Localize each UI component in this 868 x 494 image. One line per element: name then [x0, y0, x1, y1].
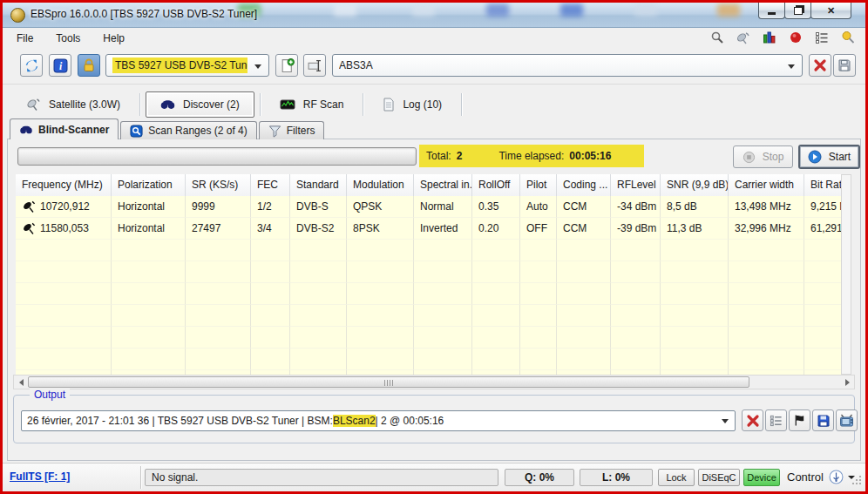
table-cell — [557, 305, 611, 327]
delete-output-button[interactable] — [742, 409, 763, 431]
column-header[interactable]: Frequency (MHz) — [16, 174, 112, 196]
table-row[interactable]: 10720,912Horizontal99991/2DVB-SQPSKNorma… — [16, 196, 841, 218]
table-cell: OFF — [520, 218, 557, 240]
divider — [363, 93, 363, 116]
tuner-select[interactable]: TBS 5927 USB DVB-S2 Tuner — [105, 54, 269, 77]
restore-button[interactable] — [784, 3, 811, 19]
table-cell — [290, 261, 347, 283]
red-x-icon — [746, 414, 760, 428]
scroll-left-button[interactable] — [14, 376, 28, 389]
table-cell — [520, 349, 557, 370]
fullts-link[interactable]: FullTS [F: 1] — [10, 470, 70, 483]
flag-button[interactable] — [789, 409, 810, 431]
tv-button[interactable] — [836, 409, 858, 431]
close-button[interactable]: ✕ — [810, 3, 851, 19]
tab-filters[interactable]: Filters — [259, 121, 325, 139]
desktop-blur — [334, 3, 356, 17]
close-icon: ✕ — [827, 6, 835, 16]
chevron-down-icon — [722, 419, 729, 423]
column-header[interactable]: SNR (9,9 dB) — [661, 174, 729, 196]
signal-status: No signal. — [145, 469, 498, 486]
scrollbar-thumb[interactable] — [28, 376, 749, 388]
table-row[interactable]: 11580,053Horizontal274973/4DVB-S28PSKInv… — [16, 218, 841, 240]
delete-satellite-button[interactable] — [809, 54, 831, 77]
start-button[interactable]: Start — [798, 145, 860, 169]
tab-blind-scanner[interactable]: Blind-Scanner — [10, 118, 119, 139]
column-header[interactable]: Carrier width — [729, 174, 804, 196]
tab-rf-scan[interactable]: RF Scan — [266, 92, 358, 117]
tab-scan-ranges[interactable]: Scan Ranges (2 of 4) — [120, 121, 256, 139]
horizontal-scrollbar[interactable] — [13, 375, 855, 389]
resize-grip[interactable] — [851, 475, 862, 488]
lock-status-button[interactable]: Lock — [658, 469, 695, 486]
column-header[interactable]: Modulation — [347, 174, 414, 196]
titlebar[interactable]: EBSpro 16.0.0.0 [TBS 5927 USB DVB-S2 Tun… — [3, 3, 865, 28]
column-header[interactable]: Spectral in... — [414, 174, 472, 196]
details-button[interactable] — [765, 409, 787, 431]
scroll-right-button[interactable] — [840, 376, 854, 389]
column-header[interactable]: RFLevel — [611, 174, 661, 196]
menu-file[interactable]: File — [8, 30, 42, 47]
table-cell — [729, 261, 804, 283]
table-row-empty — [16, 240, 841, 261]
stop-button[interactable]: Stop — [733, 145, 793, 168]
binoculars-icon — [19, 124, 33, 135]
tuner-select-value: TBS 5927 USB DVB-S2 Tuner — [112, 58, 248, 73]
save-output-button[interactable] — [812, 409, 834, 431]
new-scan-button[interactable] — [275, 54, 298, 77]
table-cell — [804, 240, 841, 261]
red-x-icon — [813, 58, 827, 72]
save-icon — [837, 58, 851, 72]
column-header[interactable]: Pilot — [520, 174, 557, 196]
column-header[interactable]: Polarization — [112, 174, 186, 196]
new-document-icon — [280, 58, 295, 73]
task-list-icon[interactable] — [814, 30, 829, 44]
satellite-signal-icon[interactable] — [736, 30, 750, 44]
table-cell — [112, 261, 186, 283]
menu-help[interactable]: Help — [94, 30, 133, 47]
table-cell — [520, 305, 557, 327]
scan-progress-bar — [17, 147, 417, 166]
table-cell: 10720,912 — [16, 196, 112, 218]
minimize-button[interactable] — [758, 3, 785, 19]
record-icon[interactable] — [788, 30, 803, 44]
tab-discover[interactable]: Discover (2) — [146, 91, 254, 118]
diseqc-button[interactable]: DiSEqC — [698, 469, 740, 486]
column-header[interactable]: RollOff — [472, 174, 520, 196]
save-button[interactable] — [833, 54, 856, 77]
start-icon — [808, 150, 822, 164]
column-header[interactable]: FEC — [251, 174, 290, 196]
table-cell — [414, 283, 472, 305]
menu-tools[interactable]: Tools — [47, 30, 89, 47]
table-cell — [414, 349, 472, 370]
funnel-icon — [268, 125, 281, 138]
table-cell — [520, 261, 557, 283]
rename-button[interactable] — [303, 54, 326, 77]
table-cell: 0.35 — [472, 196, 520, 218]
pin-icon[interactable] — [840, 30, 855, 44]
chart-icon[interactable] — [762, 30, 776, 44]
info-button[interactable]: i — [49, 54, 71, 77]
table-cell — [804, 327, 841, 349]
info-icon: i — [53, 58, 68, 73]
column-header[interactable]: Bit Rate — [804, 174, 841, 196]
column-header[interactable]: SR (KS/s) — [186, 174, 251, 196]
table-cell — [472, 283, 520, 305]
output-group: Output 26 février, 2017 - 21:01 36 | TBS… — [13, 395, 855, 443]
output-select[interactable]: 26 février, 2017 - 21:01 36 | TBS 5927 U… — [21, 410, 736, 431]
table-cell — [290, 283, 347, 305]
device-button[interactable]: Device — [743, 469, 780, 486]
column-header[interactable]: Standard — [290, 174, 347, 196]
tab-satellite[interactable]: Satellite (3.0W) — [11, 92, 134, 117]
tab-log[interactable]: Log (10) — [369, 92, 456, 117]
control-device-icon[interactable] — [829, 470, 844, 487]
column-header[interactable]: Coding ... — [557, 174, 611, 196]
vertical-scrollbar[interactable] — [841, 174, 851, 375]
lock-button[interactable] — [78, 54, 100, 77]
desktop-blur — [486, 3, 509, 17]
search-icon[interactable] — [709, 30, 724, 44]
table-cell — [414, 327, 472, 349]
refresh-button[interactable] — [20, 54, 43, 77]
table-cell — [251, 283, 290, 305]
satellite-select[interactable]: ABS3A — [332, 54, 803, 77]
